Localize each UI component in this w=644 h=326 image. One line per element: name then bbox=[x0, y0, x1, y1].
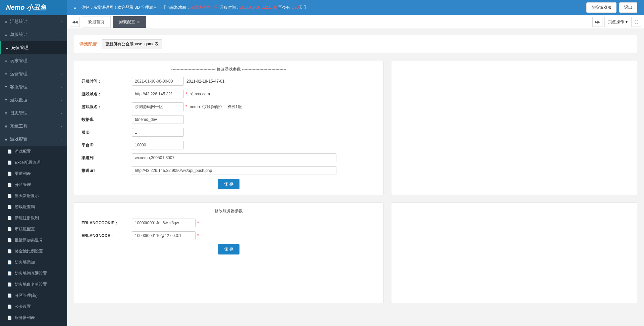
cookie-input[interactable] bbox=[132, 219, 196, 227]
bars-icon: ≡ bbox=[5, 19, 7, 24]
doc-icon: 📄 bbox=[7, 205, 12, 209]
tab-operations[interactable]: 页签操作▾ bbox=[604, 17, 631, 27]
fullscreen-button[interactable]: ⛶ bbox=[631, 17, 641, 27]
chevron-left-icon: ‹ bbox=[61, 125, 62, 128]
chevron-left-icon: ‹ bbox=[61, 59, 62, 63]
doc-icon: 📄 bbox=[7, 282, 12, 287]
bars-icon: ≡ bbox=[5, 111, 7, 116]
domain-label: 游戏域名： bbox=[82, 91, 132, 97]
server-input[interactable] bbox=[132, 102, 184, 111]
node-input[interactable] bbox=[132, 231, 196, 240]
panel-title: --------------------------------- 修改服务器参… bbox=[82, 208, 376, 214]
doc-icon: 📄 bbox=[7, 249, 12, 253]
doc-icon: 📄 bbox=[7, 160, 12, 165]
nav-summary[interactable]: ≡汇总统计‹ bbox=[0, 15, 67, 28]
close-icon[interactable]: × bbox=[137, 19, 140, 25]
open-time-input[interactable] bbox=[132, 77, 184, 86]
tab-home[interactable]: 欢迎首页 bbox=[82, 16, 111, 28]
nav-gameconfig-sub: 📄游戏配置 📄Excel配置管理 📄渠道列表 📄分区管理 📄当天新服显示 📄游戏… bbox=[0, 146, 67, 326]
chevron-left-icon: ‹ bbox=[61, 111, 62, 115]
cookie-label: ERLANGCOOKIE： bbox=[82, 220, 132, 226]
doc-icon: 📄 bbox=[7, 293, 12, 298]
nav-tools[interactable]: ≡系统工具‹ bbox=[0, 120, 67, 133]
sub-zone[interactable]: 📄分区管理 bbox=[0, 179, 67, 190]
sidebar-nav: ≡汇总统计‹ ≡单服统计‹ ≡充值管理‹ ≡玩家管理‹ ≡运营管理‹ ≡客服管理… bbox=[0, 15, 67, 326]
doc-icon: 📄 bbox=[7, 227, 12, 231]
tabs-scroll-left[interactable]: ◀◀ bbox=[70, 17, 80, 27]
update-guild-button[interactable]: 更新所有公会服base_game表 bbox=[102, 39, 162, 49]
brand-logo: Nemo 小丑鱼 bbox=[0, 0, 67, 15]
server-params-panel: --------------------------------- 修改服务器参… bbox=[74, 202, 384, 303]
doc-icon: 📄 bbox=[7, 172, 12, 176]
sub-bonus[interactable]: 📄奖金池比例设置 bbox=[0, 246, 67, 257]
sub-channel[interactable]: 📄渠道列表 bbox=[0, 168, 67, 179]
channel-input[interactable] bbox=[132, 153, 336, 162]
nav-cs[interactable]: ≡客服管理‹ bbox=[0, 81, 67, 94]
server-label: 游戏服名： bbox=[82, 104, 132, 110]
chevron-left-icon: ‹ bbox=[61, 98, 62, 102]
topbar-message: 你好，亲测源码网！欢迎登录 3D 管理后台！ 【当前游戏服：亲测源码网一区 开服… bbox=[81, 5, 584, 10]
required-star: * bbox=[197, 233, 199, 238]
sub-batchchannel[interactable]: 📄批量添加渠道号 bbox=[0, 235, 67, 246]
sub-newserver[interactable]: 📄当天新服显示 bbox=[0, 190, 67, 201]
pid-input[interactable] bbox=[132, 141, 184, 149]
save-server-button[interactable]: 保 存 bbox=[218, 244, 239, 254]
sub-reglimit[interactable]: 📄新服注册限制 bbox=[0, 213, 67, 224]
nav-log[interactable]: ≡日志管理‹ bbox=[0, 107, 67, 120]
sub-excel[interactable]: 📄Excel配置管理 bbox=[0, 157, 67, 168]
sub-fwwhite[interactable]: 📄防火墙白名单设置 bbox=[0, 279, 67, 290]
menu-toggle-icon[interactable]: ≡ bbox=[74, 5, 76, 10]
sid-input[interactable] bbox=[132, 128, 184, 137]
page-title: 游戏配置 bbox=[79, 41, 97, 47]
bars-icon: ≡ bbox=[5, 85, 7, 90]
save-game-button[interactable]: 保 存 bbox=[218, 179, 239, 189]
required-star: * bbox=[185, 104, 187, 109]
nav-gameconfig[interactable]: ≡游戏配置⌄ bbox=[0, 133, 67, 146]
topbar: ≡ 你好，亲测源码网！欢迎登录 3D 管理后台！ 【当前游戏服：亲测源码网一区 … bbox=[67, 0, 644, 15]
game-params-panel: --------------------------------- 修改游戏参数… bbox=[74, 61, 384, 195]
chevron-down-icon: ⌄ bbox=[60, 138, 62, 141]
doc-icon: 📄 bbox=[7, 216, 12, 220]
bars-icon: ≡ bbox=[5, 137, 7, 142]
pid-label: 平台ID bbox=[82, 142, 132, 148]
tab-gameconfig[interactable]: 游戏配置× bbox=[113, 16, 146, 28]
open-time: 2021-01-30 08:00:00 bbox=[240, 5, 277, 10]
sub-platformlist[interactable]: 📄平台列表 bbox=[0, 323, 67, 326]
doc-icon: 📄 bbox=[7, 238, 12, 242]
logout-button[interactable]: 退出 bbox=[619, 2, 637, 13]
push-input[interactable] bbox=[132, 166, 336, 175]
nav-single[interactable]: ≡单服统计‹ bbox=[0, 28, 67, 41]
chevron-left-icon: ‹ bbox=[61, 85, 62, 89]
chevron-left-icon: ‹ bbox=[61, 33, 62, 37]
sub-fwinter[interactable]: 📄防火墙间互通设置 bbox=[0, 268, 67, 279]
empty-panel bbox=[391, 61, 637, 195]
empty-panel-2 bbox=[391, 202, 637, 303]
sub-guild[interactable]: 📄公会设置 bbox=[0, 301, 67, 312]
required-star: * bbox=[197, 221, 199, 225]
nav-player[interactable]: ≡玩家管理‹ bbox=[0, 54, 67, 67]
chevron-left-icon: ‹ bbox=[61, 20, 62, 24]
tabs-scroll-right[interactable]: ▶▶ bbox=[592, 17, 602, 27]
doc-icon: 📄 bbox=[7, 149, 12, 154]
nav-ops[interactable]: ≡运营管理‹ bbox=[0, 67, 67, 81]
db-input[interactable] bbox=[132, 115, 184, 124]
nav-recharge[interactable]: ≡充值管理‹ bbox=[0, 41, 67, 54]
domain-input[interactable] bbox=[132, 90, 184, 98]
bars-icon: ≡ bbox=[5, 32, 7, 37]
sub-gameconfig[interactable]: 📄游戏配置 bbox=[0, 146, 67, 157]
doc-icon: 📄 bbox=[7, 183, 12, 187]
switch-server-button[interactable]: 切换游戏服 bbox=[586, 2, 616, 13]
chevron-left-icon: ‹ bbox=[61, 46, 62, 50]
doc-icon: 📄 bbox=[7, 260, 12, 265]
sub-fwadd[interactable]: 📄防火墙添加 bbox=[0, 257, 67, 268]
bars-icon: ≡ bbox=[5, 72, 7, 77]
required-star: * bbox=[185, 92, 187, 96]
sub-audit[interactable]: 📄审核服配置 bbox=[0, 224, 67, 235]
sub-serverquery[interactable]: 📄游戏服查询 bbox=[0, 201, 67, 213]
sub-zonenew[interactable]: 📄分区管理(新) bbox=[0, 290, 67, 301]
doc-icon: 📄 bbox=[7, 316, 12, 320]
push-label: 推送url bbox=[82, 168, 132, 174]
bars-icon: ≡ bbox=[5, 98, 7, 103]
sub-serverlist[interactable]: 📄服务器列表 bbox=[0, 312, 67, 323]
nav-gamedata[interactable]: ≡游戏数据‹ bbox=[0, 94, 67, 107]
